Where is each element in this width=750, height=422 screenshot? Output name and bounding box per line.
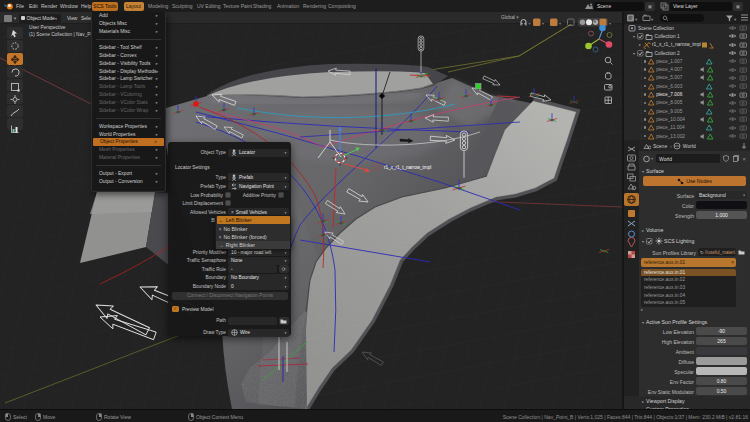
svg-text:r1_x_r1_t_narrow_tmpl: r1_x_r1_t_narrow_tmpl <box>384 165 431 170</box>
svg-text:▾: ▾ <box>559 20 561 25</box>
svg-text:▾: ▾ <box>542 20 544 25</box>
svg-text:▾: ▾ <box>529 20 531 25</box>
svg-text:▾: ▾ <box>734 17 737 22</box>
svg-text:▾: ▾ <box>651 17 654 22</box>
svg-text:▾: ▾ <box>635 17 638 22</box>
